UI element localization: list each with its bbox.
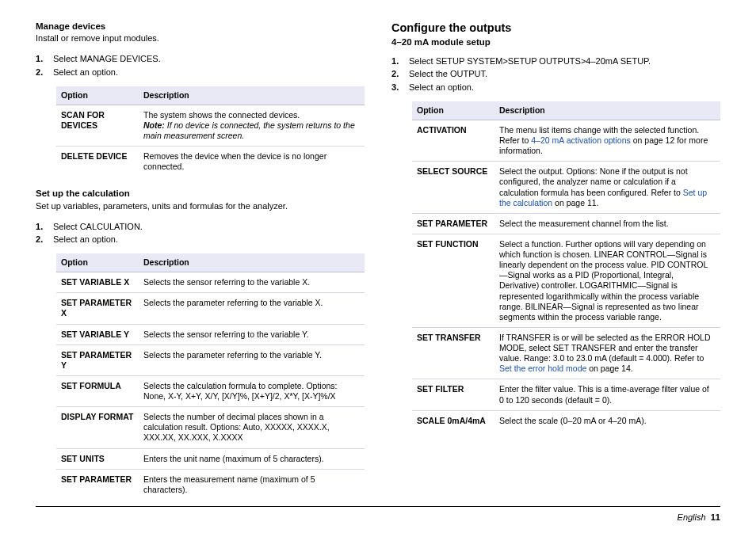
table-row: SET FUNCTION Select a function. Further … bbox=[412, 234, 720, 327]
step-item: Select MANAGE DEVICES. bbox=[36, 54, 365, 65]
description-cell: Selects the parameter referring to the v… bbox=[139, 293, 365, 324]
manage-devices-steps: Select MANAGE DEVICES. Select an option. bbox=[36, 54, 365, 78]
description-cell: Select the scale (0–20 mA or 4–20 mA). bbox=[494, 410, 720, 431]
option-cell: ACTIVATION bbox=[412, 120, 494, 161]
option-cell: SET UNITS bbox=[56, 448, 139, 469]
description-cell: Selects the sensor referring to the vari… bbox=[139, 272, 365, 293]
col-description: Description bbox=[494, 101, 720, 120]
desc-text: on page 14. bbox=[586, 364, 632, 373]
step-item: Select an option. bbox=[36, 67, 365, 78]
description-cell: The menu list items change with the sele… bbox=[494, 120, 720, 161]
option-cell: DISPLAY FORMAT bbox=[56, 407, 139, 448]
description-cell: Removes the device when the device is no… bbox=[139, 147, 365, 177]
calculation-heading: Set up the calculation bbox=[36, 188, 365, 199]
col-description: Description bbox=[139, 86, 365, 105]
calculation-table: Option Description SET VARIABLE XSelects… bbox=[56, 253, 365, 500]
step-item: Select the OUTPUT. bbox=[391, 69, 720, 80]
step-item: Select SETUP SYSTEM>SETUP OUTPUTS>4–20mA… bbox=[391, 56, 720, 67]
option-cell: SET PARAMETER bbox=[56, 469, 139, 500]
desc-text: Select the output. Options: None if the … bbox=[499, 166, 688, 196]
module-setup-table: Option Description ACTIVATION The menu l… bbox=[412, 101, 720, 431]
option-cell: SCALE 0mA/4mA bbox=[412, 410, 494, 431]
description-cell: The system shows the connected devices. … bbox=[139, 105, 365, 146]
table-row: SET UNITSEnters the unit name (maximum o… bbox=[56, 448, 365, 469]
step-item: Select CALCULATION. bbox=[36, 222, 365, 233]
table-row: SET PARAMETER Select the measurement cha… bbox=[412, 213, 720, 234]
option-cell: SCAN FOR DEVICES bbox=[56, 105, 139, 146]
description-cell: Selects the sensor referring to the vari… bbox=[139, 324, 365, 345]
page-footer: English 11 bbox=[36, 506, 720, 522]
footer-language: English bbox=[678, 512, 706, 522]
cross-ref-link[interactable]: 4–20 mA activation options bbox=[531, 135, 631, 145]
desc-text: on page 11. bbox=[552, 198, 598, 207]
module-setup-subheading: 4–20 mA module setup bbox=[391, 36, 720, 48]
option-cell: SET PARAMETER Y bbox=[56, 345, 139, 375]
table-row: ACTIVATION The menu list items change wi… bbox=[412, 120, 720, 161]
description-cell: Selects the calculation formula to compl… bbox=[139, 375, 365, 406]
note-label: Note: bbox=[143, 120, 165, 130]
description-cell: Select the measurement channel from the … bbox=[494, 213, 720, 234]
option-cell: DELETE DEVICE bbox=[56, 147, 139, 177]
option-cell: SET VARIABLE X bbox=[56, 272, 139, 293]
description-cell: Select a function. Further options will … bbox=[494, 234, 720, 327]
note-body: If no device is connected, the system re… bbox=[143, 120, 355, 140]
table-row: DISPLAY FORMATSelects the number of deci… bbox=[56, 407, 365, 448]
description-cell: If TRANSFER is or will be selected as th… bbox=[494, 327, 720, 379]
description-cell: Selects the parameter referring to the v… bbox=[139, 345, 365, 375]
table-row: SCALE 0mA/4mA Select the scale (0–20 mA … bbox=[412, 410, 720, 431]
table-row: SET FILTER Enter the filter value. This … bbox=[412, 379, 720, 410]
table-row: SET PARAMETER YSelects the parameter ref… bbox=[56, 345, 365, 375]
table-row: SELECT SOURCE Select the output. Options… bbox=[412, 162, 720, 214]
right-column: Configure the outputs 4–20 mA module set… bbox=[391, 21, 720, 500]
table-row: SET VARIABLE YSelects the sensor referri… bbox=[56, 324, 365, 345]
step-item: Select an option. bbox=[391, 82, 720, 93]
option-cell: SET FILTER bbox=[412, 379, 494, 410]
option-cell: SET PARAMETER X bbox=[56, 293, 139, 324]
table-row: SET TRANSFER If TRANSFER is or will be s… bbox=[412, 327, 720, 379]
left-column: Manage devices Install or remove input m… bbox=[36, 21, 365, 500]
table-row: SCAN FOR DEVICES The system shows the co… bbox=[56, 105, 365, 146]
table-row: SET PARAMETER XSelects the parameter ref… bbox=[56, 293, 365, 324]
desc-text: The system shows the connected devices. bbox=[143, 110, 300, 120]
desc-text: If TRANSFER is or will be selected as th… bbox=[499, 333, 710, 363]
configure-outputs-heading: Configure the outputs bbox=[391, 21, 720, 35]
module-setup-steps: Select SETUP SYSTEM>SETUP OUTPUTS>4–20mA… bbox=[391, 56, 720, 93]
option-cell: SELECT SOURCE bbox=[412, 162, 494, 214]
manage-devices-intro: Install or remove input modules. bbox=[36, 33, 365, 44]
two-column-layout: Manage devices Install or remove input m… bbox=[36, 21, 720, 500]
footer-text: English 11 bbox=[36, 508, 720, 522]
page: Manage devices Install or remove input m… bbox=[0, 0, 756, 533]
option-cell: SET PARAMETER bbox=[412, 213, 494, 234]
col-option: Option bbox=[56, 86, 139, 105]
table-row: SET PARAMETEREnters the measurement name… bbox=[56, 469, 365, 500]
description-cell: Selects the number of decimal places sho… bbox=[139, 407, 365, 448]
col-option: Option bbox=[412, 101, 494, 120]
calculation-steps: Select CALCULATION. Select an option. bbox=[36, 222, 365, 246]
manage-devices-table: Option Description SCAN FOR DEVICES The … bbox=[56, 86, 365, 177]
calculation-intro: Set up variables, parameters, units and … bbox=[36, 201, 365, 212]
description-cell: Enters the unit name (maximum of 5 chara… bbox=[139, 448, 365, 469]
manage-devices-heading: Manage devices bbox=[36, 21, 365, 32]
description-cell: Select the output. Options: None if the … bbox=[494, 162, 720, 214]
option-cell: SET FORMULA bbox=[56, 375, 139, 406]
table-row: DELETE DEVICE Removes the device when th… bbox=[56, 147, 365, 177]
description-cell: Enters the measurement name (maximum of … bbox=[139, 469, 365, 500]
cross-ref-link[interactable]: Set the error hold mode bbox=[499, 364, 586, 373]
description-cell: Enter the filter value. This is a time-a… bbox=[494, 379, 720, 410]
col-description: Description bbox=[139, 253, 365, 272]
option-cell: SET VARIABLE Y bbox=[56, 324, 139, 345]
option-cell: SET TRANSFER bbox=[412, 327, 494, 379]
option-cell: SET FUNCTION bbox=[412, 234, 494, 327]
col-option: Option bbox=[56, 253, 139, 272]
footer-page-number: 11 bbox=[711, 512, 720, 522]
table-row: SET FORMULASelects the calculation formu… bbox=[56, 375, 365, 406]
step-item: Select an option. bbox=[36, 234, 365, 246]
table-row: SET VARIABLE XSelects the sensor referri… bbox=[56, 272, 365, 293]
